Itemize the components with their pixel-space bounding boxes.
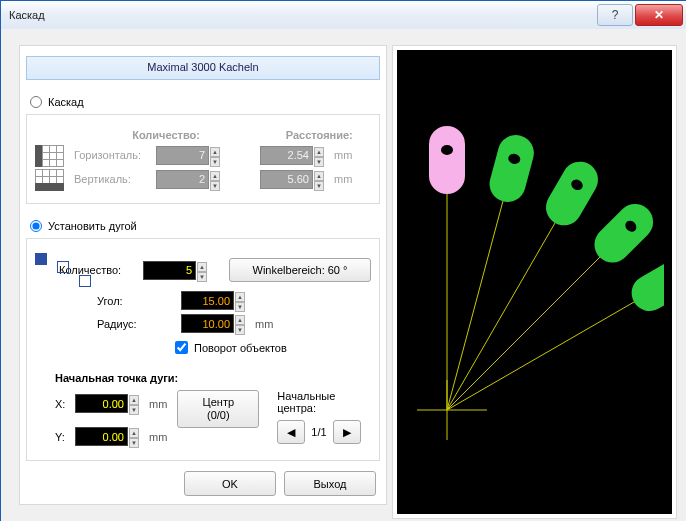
nav-pos: 1/1 [311,426,326,438]
v-dist-input: ▲▼ [260,170,324,189]
window-title: Каскад [9,9,595,21]
close-button[interactable]: ✕ [635,4,683,26]
ok-button[interactable]: OK [184,471,276,496]
preview-svg [397,50,664,506]
svg-rect-1 [429,126,465,194]
spinner[interactable]: ▲▼ [197,262,207,279]
start-title: Начальная точка дуги: [55,372,371,384]
arc-angle-input[interactable]: ▲▼ [181,291,245,310]
chevron-left-icon: ◀ [287,426,295,439]
close-icon: ✕ [654,8,664,22]
radio-arc[interactable] [30,220,42,232]
arc-group: Количество: ▲▼ Winkelbereich: 60 ° Угол:… [26,238,380,461]
spinner[interactable]: ▲▼ [235,315,245,332]
arc-qty-input[interactable]: ▲▼ [143,261,207,280]
header-strip: Maximal 3000 Kacheln [26,56,380,80]
preview-canvas [397,50,672,514]
start-x-input[interactable]: ▲▼ [75,394,139,413]
tile-h-icon [35,145,62,165]
radio-arc-label: Установить дугой [48,220,137,232]
arc-radius-label: Радиус: [97,318,175,330]
y-label: Y: [55,431,69,443]
start-point-block: Начальная точка дуги: X: ▲▼ mm Y: ▲▼ [35,366,371,450]
svg-rect-4 [486,131,538,206]
titlebar: Каскад ? ✕ [1,1,686,30]
arc-qty-label: Количество: [59,264,137,276]
arc-icon [35,253,49,287]
arc-angle-label: Угол: [97,295,175,307]
svg-point-2 [441,145,453,155]
svg-rect-7 [539,155,604,232]
x-label: X: [55,398,69,410]
h-qty-input: ▲▼ [156,146,220,165]
cascade-group: Количество: Расстояние: Горизонталь: ▲▼ … [26,114,380,204]
spinner[interactable]: ▲▼ [235,292,245,309]
client-area: Maximal 3000 Kacheln Каскад Количество: … [1,29,686,521]
arc-radius-input[interactable]: ▲▼ [181,314,245,333]
cascade-v-row: Вертикаль: ▲▼ ▲▼ mm [35,169,371,189]
svg-line-3 [447,169,512,410]
cascade-h-row: Горизонталь: ▲▼ ▲▼ mm [35,145,371,165]
rotate-label: Поворот объектов [194,342,287,354]
nav-title: Начальные центра: [277,390,371,414]
h-label: Горизонталь: [74,149,150,161]
svg-line-6 [447,193,572,410]
dist-header: Расстояние: [268,129,371,141]
v-label: Вертикаль: [74,173,150,185]
qty-header: Количество: [96,129,261,141]
svg-line-12 [447,285,664,410]
tile-v-icon [35,169,62,189]
exit-button[interactable]: Выход [284,471,376,496]
center-button[interactable]: Центр (0/0) [177,390,259,428]
next-center-button[interactable]: ▶ [333,420,361,444]
prev-center-button[interactable]: ◀ [277,420,305,444]
mode-cascade-row[interactable]: Каскад [26,90,380,114]
help-icon: ? [612,8,619,22]
unit-label: mm [255,318,273,330]
settings-panel: Maximal 3000 Kacheln Каскад Количество: … [19,45,387,505]
angle-range-button[interactable]: Winkelbereich: 60 ° [229,258,371,282]
h-dist-input: ▲▼ [260,146,324,165]
spinner[interactable]: ▲▼ [129,428,139,445]
v-qty-input: ▲▼ [156,170,220,189]
radio-cascade[interactable] [30,96,42,108]
help-button[interactable]: ? [597,4,633,26]
rotate-checkbox[interactable] [175,341,188,354]
svg-line-9 [447,233,624,410]
mode-arc-row[interactable]: Установить дугой [26,214,380,238]
chevron-right-icon: ▶ [343,426,351,439]
preview-panel [392,45,677,519]
start-y-input[interactable]: ▲▼ [75,427,139,446]
dialog-window: Каскад ? ✕ Maximal 3000 Kacheln Каскад К… [0,0,686,521]
svg-rect-13 [625,252,664,317]
spinner[interactable]: ▲▼ [129,395,139,412]
radio-cascade-label: Каскад [48,96,84,108]
